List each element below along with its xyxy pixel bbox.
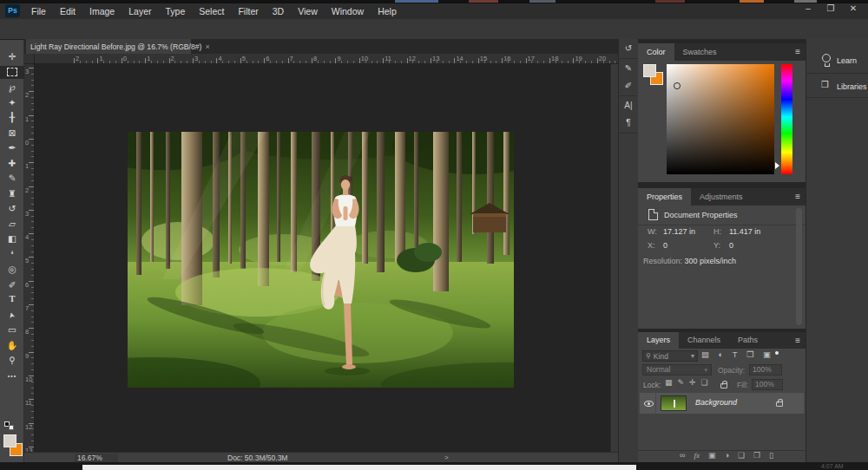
move-tool[interactable]: ✛ xyxy=(0,50,24,63)
menu-window[interactable]: Window xyxy=(325,3,371,19)
eyedropper-tool[interactable]: ✒ xyxy=(0,141,24,154)
rectangular-marquee-tool[interactable] xyxy=(0,66,24,79)
delete-layer-icon[interactable]: ▯ xyxy=(769,452,773,460)
lock-all-icon[interactable] xyxy=(720,383,727,388)
lock-artboard-icon[interactable]: ❏ xyxy=(701,379,708,387)
filter-smart-objects-icon[interactable]: ▣ xyxy=(763,350,771,359)
libraries-panel-button[interactable]: ❒ Libraries xyxy=(806,75,868,99)
filter-toggle-dot[interactable] xyxy=(775,351,779,355)
layer-filter-kind-select[interactable]: ⚲ Kind ▾ xyxy=(642,350,698,362)
new-layer-icon[interactable]: ❐ xyxy=(753,452,760,460)
zoom-level-field[interactable]: 16.67% xyxy=(75,454,118,462)
minimize-button[interactable]: – xyxy=(797,2,819,16)
ruler-tick xyxy=(478,58,479,63)
paragraph-panel[interactable]: ¶ xyxy=(626,119,630,127)
document-tab[interactable]: Light Ray Directional Before.jpg @ 16.7%… xyxy=(26,39,191,54)
close-button[interactable]: ✕ xyxy=(842,2,865,16)
type-tool[interactable]: T xyxy=(0,293,24,306)
new-group-icon[interactable]: ❏ xyxy=(738,452,745,460)
tab-swatches[interactable]: Swatches xyxy=(674,43,726,61)
layer-name[interactable]: Background xyxy=(695,398,737,407)
brush-tool[interactable]: ✎ xyxy=(0,172,24,185)
brush-settings-panel[interactable]: ✎ xyxy=(625,64,632,73)
menu-file[interactable]: File xyxy=(24,3,53,19)
menu-help[interactable]: Help xyxy=(371,3,404,19)
menu-image[interactable]: Image xyxy=(82,3,122,19)
hand-tool[interactable]: ✋ xyxy=(0,339,24,352)
rectangle-tool[interactable]: ▭ xyxy=(0,323,24,336)
panel-menu-icon[interactable]: ≡ xyxy=(795,47,800,56)
tab-layers[interactable]: Layers xyxy=(638,332,679,349)
ruler-tick xyxy=(31,428,34,429)
frame-tool[interactable]: ⊠ xyxy=(0,127,24,140)
tab-adjustments[interactable]: Adjustments xyxy=(691,188,752,206)
pen-tool[interactable]: ✐ xyxy=(0,278,24,291)
character-panel[interactable]: A| xyxy=(624,101,632,110)
layer-thumbnail[interactable] xyxy=(661,395,687,411)
hue-slider-marker[interactable] xyxy=(775,162,779,169)
lock-position-icon[interactable]: ✛ xyxy=(689,379,696,387)
menu-edit[interactable]: Edit xyxy=(53,3,82,19)
ruler-tick xyxy=(31,346,34,347)
tab-paths[interactable]: Paths xyxy=(729,332,766,349)
menu-view[interactable]: View xyxy=(291,3,325,19)
layer-visibility-toggle[interactable] xyxy=(642,393,656,414)
menu-filter[interactable]: Filter xyxy=(231,3,265,19)
gradient-tool[interactable]: ◧ xyxy=(0,232,24,245)
canvas-scrollbar[interactable] xyxy=(610,64,618,452)
blend-mode-select[interactable]: Normal▾ xyxy=(642,364,712,375)
panel-menu-icon[interactable]: ≡ xyxy=(795,336,800,345)
filter-type-layers-icon[interactable]: T xyxy=(733,350,738,359)
brushes-panel[interactable]: ✐ xyxy=(625,82,632,90)
link-layers-icon[interactable]: ∞ xyxy=(680,452,685,460)
menu-3d[interactable]: 3D xyxy=(266,3,291,19)
lasso-tool[interactable]: ℘ xyxy=(0,81,24,94)
canvas-area[interactable] xyxy=(35,64,618,452)
edit-toolbar-tool[interactable]: ••• xyxy=(0,369,24,382)
clone-stamp-tool[interactable]: ♜ xyxy=(0,187,24,200)
history-panel[interactable]: ↺ xyxy=(625,44,632,53)
spot-healing-brush-tool[interactable]: ✚ xyxy=(0,157,24,170)
menu-type[interactable]: Type xyxy=(158,3,192,19)
crop-tool[interactable]: ╂ xyxy=(0,111,24,124)
status-options-chevron-icon[interactable]: > xyxy=(444,454,449,462)
properties-scrollbar[interactable] xyxy=(796,208,802,325)
learn-panel-button[interactable]: Learn xyxy=(806,49,868,73)
eraser-tool[interactable]: ▱ xyxy=(0,218,24,231)
history-brush-tool[interactable]: ↺ xyxy=(0,202,24,215)
restore-button[interactable]: ❐ xyxy=(819,2,842,16)
menu-select[interactable]: Select xyxy=(192,3,231,19)
lock-pixels-icon[interactable]: ✎ xyxy=(678,379,685,387)
chevron-down-icon: ▾ xyxy=(691,352,694,360)
layer-effects-icon[interactable]: fx xyxy=(694,452,700,460)
fill-field[interactable]: 100% xyxy=(752,379,783,390)
add-layer-mask-icon[interactable]: ▣ xyxy=(708,452,716,460)
document-tab-close-icon[interactable]: × xyxy=(205,42,209,51)
menu-layer[interactable]: Layer xyxy=(122,3,158,19)
filter-pixel-layers-icon[interactable]: ▤ xyxy=(701,350,709,359)
quick-selection-tool[interactable]: ✦ xyxy=(0,96,24,109)
ruler-tick xyxy=(460,61,461,63)
ruler-tick xyxy=(282,61,283,63)
color-cursor[interactable] xyxy=(674,82,681,89)
opacity-field[interactable]: 100% xyxy=(749,364,782,375)
lock-transparency-icon[interactable]: ▦ xyxy=(665,379,673,387)
dodge-icon: ◎ xyxy=(8,264,16,274)
tab-color[interactable]: Color xyxy=(638,43,674,61)
path-selection-tool[interactable]: ➤ xyxy=(0,309,24,322)
panel-menu-icon[interactable]: ≡ xyxy=(795,192,800,201)
zoom-tool[interactable]: ⚲ xyxy=(0,354,24,367)
default-colors-icon[interactable] xyxy=(4,421,16,432)
blur-tool[interactable]: ❛ xyxy=(0,248,24,261)
filter-adjustment-layers-icon[interactable]: ◐ xyxy=(718,350,723,359)
foreground-color-swatch[interactable] xyxy=(643,64,656,77)
dodge-tool[interactable]: ◎ xyxy=(0,263,24,276)
tab-properties[interactable]: Properties xyxy=(638,188,691,206)
new-adjustment-layer-icon[interactable]: ◑ xyxy=(724,452,728,460)
filter-shape-layers-icon[interactable]: ❒ xyxy=(746,350,754,359)
tab-channels[interactable]: Channels xyxy=(679,332,729,349)
foreground-color-swatch[interactable] xyxy=(3,434,16,447)
hue-slider[interactable] xyxy=(781,64,792,174)
ruler-label: 1 xyxy=(25,115,29,123)
color-saturation-brightness-field[interactable] xyxy=(667,64,774,174)
